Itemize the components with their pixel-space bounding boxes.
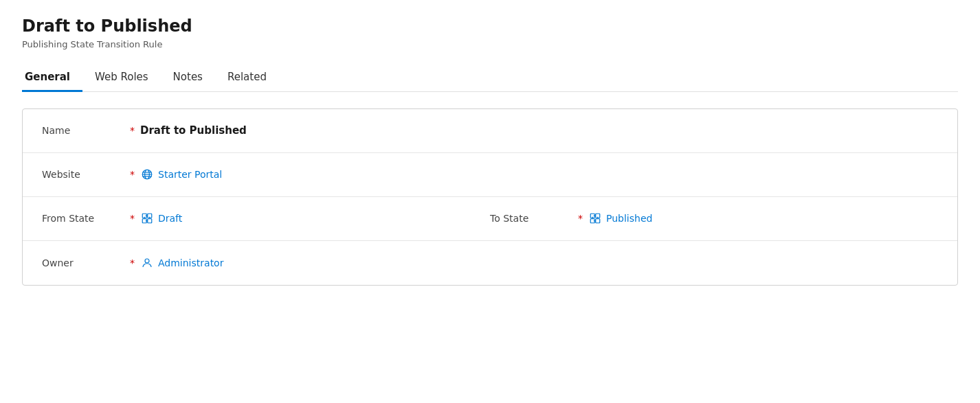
tab-related[interactable]: Related: [225, 64, 279, 92]
website-row: Website * Starter Portal: [23, 153, 957, 197]
page-title: Draft to Published: [22, 16, 958, 36]
tab-notes[interactable]: Notes: [170, 64, 215, 92]
from-state-required: *: [130, 213, 135, 224]
puzzle-icon-to: [588, 211, 602, 225]
name-required: *: [130, 125, 135, 136]
owner-row: Owner * Administrator: [23, 241, 957, 285]
svg-point-21: [145, 259, 149, 263]
puzzle-icon-from: [140, 211, 154, 225]
from-state-section: From State * Draft: [42, 211, 490, 225]
globe-icon: [140, 168, 154, 181]
to-state-section: To State * Published: [490, 211, 938, 225]
page-subtitle: Publishing State Transition Rule: [22, 39, 958, 49]
name-label: Name: [42, 125, 124, 136]
website-label: Website: [42, 169, 124, 180]
name-row: Name * Draft to Published: [23, 109, 957, 153]
from-state-link[interactable]: Draft: [158, 213, 182, 224]
owner-required: *: [130, 257, 135, 268]
name-value[interactable]: Draft to Published: [140, 124, 247, 137]
from-state-value[interactable]: Draft: [140, 211, 182, 225]
website-link[interactable]: Starter Portal: [158, 169, 222, 180]
svg-rect-8: [148, 219, 152, 223]
tab-general[interactable]: General: [22, 64, 82, 92]
owner-link[interactable]: Administrator: [158, 257, 223, 268]
to-state-value[interactable]: Published: [588, 211, 652, 225]
tab-web-roles[interactable]: Web Roles: [92, 64, 161, 92]
website-required: *: [130, 169, 135, 180]
state-row: From State * Draft: [23, 197, 957, 241]
to-state-label: To State: [490, 213, 572, 224]
owner-value[interactable]: Administrator: [140, 256, 223, 270]
from-state-label: From State: [42, 213, 124, 224]
form-card: Name * Draft to Published Website * Star…: [22, 108, 958, 286]
tab-bar: General Web Roles Notes Related: [22, 63, 958, 92]
to-state-required: *: [578, 213, 583, 224]
to-state-link[interactable]: Published: [606, 213, 652, 224]
svg-rect-16: [596, 219, 600, 223]
owner-label: Owner: [42, 257, 124, 268]
website-value[interactable]: Starter Portal: [140, 168, 222, 181]
user-icon: [140, 256, 154, 270]
